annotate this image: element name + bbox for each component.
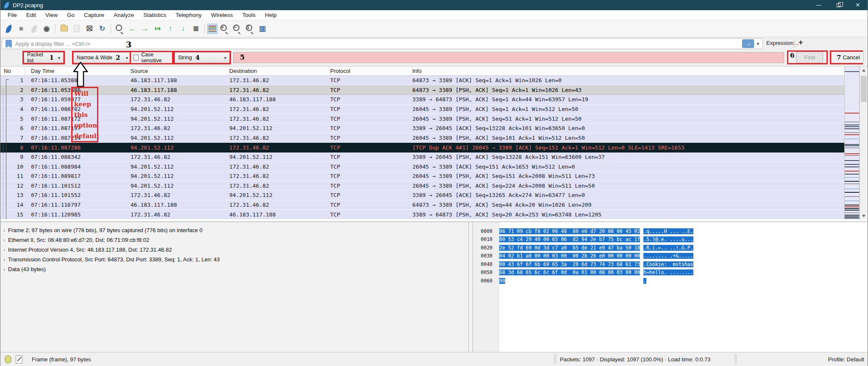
ascii-bytes[interactable]: . [643,278,646,284]
capture-options-icon[interactable]: ◉ [41,23,53,35]
hex-bytes[interactable]: 00 53 c4 29 40 00 65 06 d2 94 2e b7 75 b… [499,236,640,242]
expert-info-icon[interactable] [5,355,11,363]
hex-row[interactable]: 005068 3d 68 65 6c 6c 6f 0d 0a 01 00 08 … [473,269,868,277]
auto-scroll-icon[interactable]: ≣ [190,23,202,35]
hex-bytes[interactable]: 04 02 b1 a0 00 00 03 00 00 2b 26 e0 00 0… [499,253,640,259]
column-header-source[interactable]: Source [131,67,229,75]
detail-line[interactable]: ›Transmission Control Protocol, Src Port… [0,255,468,264]
detail-line[interactable]: ›Data (43 bytes) [0,264,468,274]
go-to-packet-icon[interactable]: ↦ [152,23,164,35]
close-button[interactable]: × [848,0,868,10]
column-header-no[interactable]: No [0,67,25,75]
hex-bytes[interactable]: 00 43 6f 6f 6b 69 65 3a 20 6d 73 74 73 6… [499,261,640,267]
restore-button[interactable] [829,0,848,10]
hex-bytes[interactable]: 06 71 09 cb f8 02 06 48 80 e6 d7 20 08 0… [499,228,640,234]
menu-item-help[interactable]: Help [260,11,281,19]
ascii-bytes[interactable]: ........ .+&..... [643,253,693,259]
zoom-out-icon[interactable]: − [231,23,243,35]
hex-bytes[interactable]: 00 [499,278,505,284]
menu-item-wireless[interactable]: Wireless [206,11,238,19]
add-filter-button[interactable]: + [798,38,803,47]
resize-columns-icon[interactable]: ▥ [256,23,268,35]
menu-item-view[interactable]: View [41,11,62,19]
expander-icon[interactable]: › [0,257,8,263]
packet-row[interactable]: 1007:16:11.08898494.201.52.112172.31.46.… [0,162,845,172]
close-file-icon[interactable]: ☒ [83,23,95,35]
menu-item-go[interactable]: Go [62,11,79,19]
hex-row[interactable]: 000006 71 09 cb f8 02 06 48 80 e6 d7 20 … [473,227,868,236]
search-input[interactable] [233,52,784,63]
ascii-bytes[interactable]: .q.....H ... ..E. [643,228,693,234]
expander-icon[interactable]: › [0,227,8,233]
status-profile[interactable]: Profile: Default [828,356,864,363]
stop-capture-icon[interactable]: ■ [15,23,27,35]
intelligent-scrollbar-minimap[interactable] [844,67,860,220]
packet-row[interactable]: 1507:16:11.120985172.31.46.8246.183.117.… [0,210,845,219]
zoom-reset-icon[interactable]: 1 [244,23,256,35]
menu-item-file[interactable]: File [3,11,22,19]
hex-row[interactable]: 001000 53 c4 29 40 00 65 06 d2 94 2e b7 … [473,236,868,244]
ascii-bytes[interactable]: h=hello. ........ [643,269,693,275]
start-capture-icon[interactable] [3,23,14,35]
ascii-bytes[interactable]: .S.)@.e. ....u... [643,236,693,242]
minimize-button[interactable] [809,0,829,10]
find-packet-icon[interactable] [114,23,125,35]
case-sensitive-checkbox[interactable] [134,55,139,61]
hex-row[interactable]: 00202e 52 fd 69 0d 3d c7 a9 b5 de 21 e9 … [473,244,868,252]
hex-row[interactable]: 004000 43 6f 6f 6b 69 65 3a 20 6d 73 74 … [473,260,868,269]
reload-file-icon[interactable]: ↻ [96,23,108,35]
colorize-packets-icon[interactable] [207,24,217,34]
go-back-icon[interactable]: ← [126,23,138,35]
capture-comment-icon[interactable] [16,355,22,363]
scroll-down-icon[interactable] [860,212,868,220]
expander-icon[interactable]: › [0,266,8,272]
packet-row[interactable]: 607:16:11.087197172.31.46.8294.201.52.11… [0,124,845,133]
scroll-up-icon[interactable] [860,67,868,74]
hex-row[interactable]: 003004 02 b1 a0 00 00 03 00 00 2b 26 e0 … [473,252,868,261]
detail-line[interactable]: ›Internet Protocol Version 4, Src: 46.18… [0,245,468,255]
ascii-bytes[interactable]: .R.i.=.. ..!.G.P. [643,245,693,251]
packet-row[interactable]: 907:16:11.088342172.31.46.8294.201.52.11… [0,152,845,162]
packet-row[interactable]: 107:16:11.05388646.183.117.188172.31.46.… [0,76,845,86]
column-header-info[interactable]: Info [412,67,845,75]
hex-row[interactable]: 006000. [473,277,868,285]
menu-item-edit[interactable]: Edit [22,11,41,19]
detail-line[interactable]: ›Ethernet II, Src: 06:48:80:e6:d7:20, Ds… [0,235,468,245]
menu-item-analyze[interactable]: Analyze [109,11,139,19]
packet-list-scrollbar[interactable] [860,67,868,220]
column-header-protocol[interactable]: Protocol [330,67,412,75]
packet-row[interactable]: 207:16:11.05388646.183.117.188172.31.46.… [0,86,845,95]
packet-row[interactable]: 507:16:11.08717294.201.52.112172.31.46.8… [0,114,845,124]
expander-icon[interactable]: › [0,247,8,253]
cancel-button[interactable]: 7 Cancel [831,52,864,63]
open-file-icon[interactable] [58,23,70,35]
menu-item-telephony[interactable]: Telephony [171,11,206,19]
go-to-top-icon[interactable]: ↑ [164,23,176,35]
ascii-bytes[interactable]: .Cookie: mstshas [643,261,693,267]
display-filter-input[interactable] [15,41,742,47]
column-header-destination[interactable]: Destination [229,67,330,75]
packet-row[interactable]: 707:16:11.08721494.201.52.112172.31.46.8… [0,133,845,143]
scrollbar-thumb[interactable] [861,76,867,102]
hex-bytes[interactable]: 2e 52 fd 69 0d 3d c7 a9 b5 de 21 e9 47 b… [499,245,640,251]
restart-capture-icon[interactable] [28,23,40,35]
filter-history-caret-icon[interactable]: ▾ [757,41,759,47]
menu-item-tools[interactable]: Tools [237,11,260,19]
menu-item-capture[interactable]: Capture [79,11,109,19]
search-scope-dropdown[interactable]: Packet list 1 ▾ [24,52,64,63]
go-to-bottom-icon[interactable]: ↓ [177,23,189,35]
menu-item-statistics[interactable]: Statistics [139,11,171,19]
save-file-icon[interactable] [71,23,83,35]
apply-filter-button[interactable]: → [742,39,754,48]
zoom-in-icon[interactable]: + [218,23,230,35]
packet-row[interactable]: 1107:16:11.08981794.201.52.112172.31.46.… [0,172,845,181]
packet-row[interactable]: 307:16:11.059077172.31.46.8246.183.117.1… [0,95,845,105]
go-forward-icon[interactable]: → [139,23,151,35]
search-type-dropdown[interactable]: String 4 ▾ [175,52,230,63]
find-button[interactable]: Find [796,52,823,63]
detail-line[interactable]: ›Frame 2: 97 bytes on wire (776 bits), 9… [0,225,468,235]
packet-row[interactable]: 1207:16:11.10151294.201.52.112172.31.46.… [0,181,845,191]
packet-row[interactable]: 1407:16:11.11679746.183.117.188172.31.46… [0,200,845,210]
packet-row[interactable]: 407:16:11.08678294.201.52.112172.31.46.8… [0,105,845,114]
bookmark-icon[interactable] [6,40,12,47]
